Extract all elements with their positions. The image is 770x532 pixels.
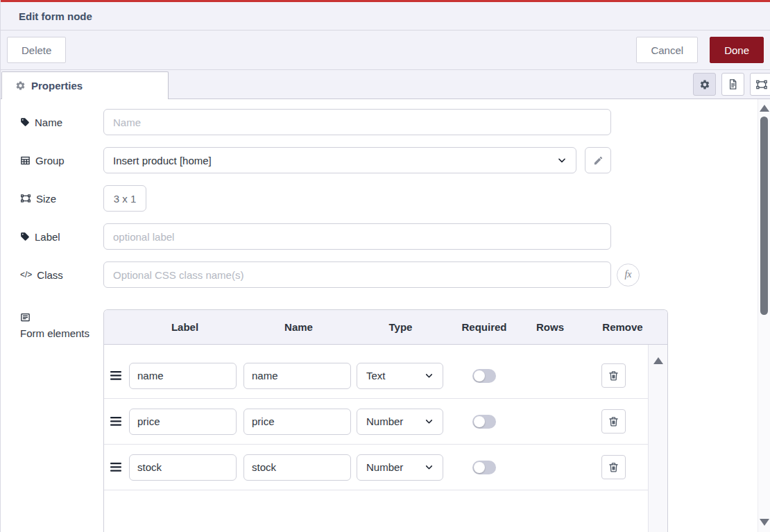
column-header-type: Type — [355, 321, 446, 333]
chevron-down-icon — [425, 371, 434, 380]
remove-element-button[interactable] — [601, 455, 626, 479]
form-elements-row: Form elements Label Name Type Required R… — [20, 300, 770, 532]
dialog-scrollbar[interactable] — [758, 99, 770, 532]
grip-icon — [110, 462, 121, 472]
object-group-icon — [20, 193, 31, 204]
dialog-title: Edit form node — [19, 10, 92, 22]
form-elements-field-label: Form elements — [20, 312, 103, 339]
dialog-actions: Cancel Done — [636, 37, 764, 63]
element-label-input[interactable] — [129, 363, 237, 389]
element-label-input[interactable] — [129, 409, 237, 435]
scroll-up-arrow-icon[interactable] — [760, 105, 769, 112]
appearance-icon — [755, 78, 768, 91]
tag-icon — [20, 232, 30, 241]
column-header-required: Required — [446, 321, 522, 333]
group-field-label: Group — [20, 155, 103, 166]
gear-icon — [15, 80, 26, 91]
table-icon — [20, 155, 31, 166]
grip-icon — [110, 416, 121, 427]
chevron-down-icon — [425, 417, 434, 426]
element-row-name: Text — [104, 353, 649, 399]
column-header-label: Label — [128, 321, 242, 333]
remove-element-button[interactable] — [601, 363, 626, 388]
label-field-label: Label — [20, 231, 103, 243]
element-name-input[interactable] — [243, 454, 351, 481]
size-row: Size 3 x 1 — [20, 185, 770, 212]
table-scrollbar[interactable] — [648, 345, 667, 532]
element-type-select[interactable]: Number — [357, 454, 443, 481]
element-name-input[interactable] — [243, 409, 351, 435]
drag-handle[interactable] — [104, 462, 128, 472]
class-input[interactable] — [103, 261, 611, 288]
column-header-name: Name — [242, 321, 355, 333]
tag-icon — [20, 117, 30, 127]
scroll-up-arrow-icon[interactable] — [653, 357, 663, 364]
dialog-header: Edit form node — [1, 2, 770, 31]
tab-properties[interactable]: Properties — [1, 71, 169, 99]
chevron-down-icon — [425, 463, 434, 472]
description-button[interactable] — [721, 73, 744, 96]
gear-icon — [699, 79, 710, 90]
name-input[interactable] — [103, 109, 611, 135]
trash-icon — [608, 461, 619, 473]
group-select-value: Insert product [home] — [113, 155, 212, 166]
appearance-button[interactable] — [750, 73, 770, 96]
tab-properties-label: Properties — [31, 80, 83, 92]
document-icon — [727, 78, 739, 90]
tab-icon-toolbar — [693, 73, 770, 96]
group-row: Group Insert product [home] — [20, 147, 770, 173]
column-header-remove: Remove — [578, 321, 667, 333]
fx-icon: fx — [624, 269, 631, 280]
fx-expression-button[interactable]: fx — [617, 264, 640, 286]
cancel-button[interactable]: Cancel — [636, 37, 698, 63]
name-field-label: Name — [20, 117, 103, 128]
remove-element-button[interactable] — [601, 409, 626, 434]
scroll-down-arrow-icon[interactable] — [760, 519, 769, 526]
element-row-stock: Number — [104, 445, 649, 490]
properties-panel: Name Group Insert product [home] — [1, 99, 770, 532]
pencil-icon — [593, 155, 604, 166]
name-row: Name — [20, 109, 770, 135]
label-input[interactable] — [103, 223, 611, 250]
size-button[interactable]: 3 x 1 — [103, 185, 146, 212]
required-toggle[interactable] — [472, 415, 496, 429]
required-toggle[interactable] — [472, 461, 496, 474]
tab-bar: Properties — [1, 70, 770, 99]
element-name-input[interactable] — [243, 363, 351, 389]
chevron-down-icon — [557, 155, 567, 165]
element-type-select[interactable]: Number — [357, 409, 443, 435]
class-row: </> Class fx — [20, 261, 770, 288]
drag-handle[interactable] — [104, 416, 128, 427]
drag-handle[interactable] — [104, 370, 128, 381]
trash-icon — [608, 415, 619, 427]
done-button[interactable]: Done — [710, 37, 764, 63]
edit-group-button[interactable] — [585, 147, 611, 173]
column-header-rows: Rows — [522, 321, 578, 333]
size-field-label: Size — [20, 193, 103, 205]
element-label-input[interactable] — [129, 454, 237, 481]
grip-icon — [110, 370, 121, 381]
group-select[interactable]: Insert product [home] — [103, 147, 576, 173]
dialog-button-bar: Delete Cancel Done — [1, 31, 770, 70]
edit-form-node-dialog: Edit form node Delete Cancel Done Proper… — [0, 0, 770, 532]
properties-gear-button[interactable] — [693, 73, 716, 96]
form-icon — [20, 312, 31, 323]
form-elements-table: Label Name Type Required Rows Remove — [103, 309, 668, 532]
trash-icon — [608, 370, 619, 381]
required-toggle[interactable] — [472, 369, 496, 383]
code-icon: </> — [20, 270, 32, 280]
element-row-price: Number — [104, 399, 649, 445]
scrollbar-thumb[interactable] — [760, 117, 768, 315]
element-type-select[interactable]: Text — [357, 363, 443, 389]
form-elements-table-header: Label Name Type Required Rows Remove — [104, 310, 667, 345]
form-elements-table-body: Text — [104, 345, 667, 532]
class-field-label: </> Class — [20, 269, 103, 281]
label-row: Label — [20, 223, 770, 250]
delete-button[interactable]: Delete — [7, 37, 66, 63]
